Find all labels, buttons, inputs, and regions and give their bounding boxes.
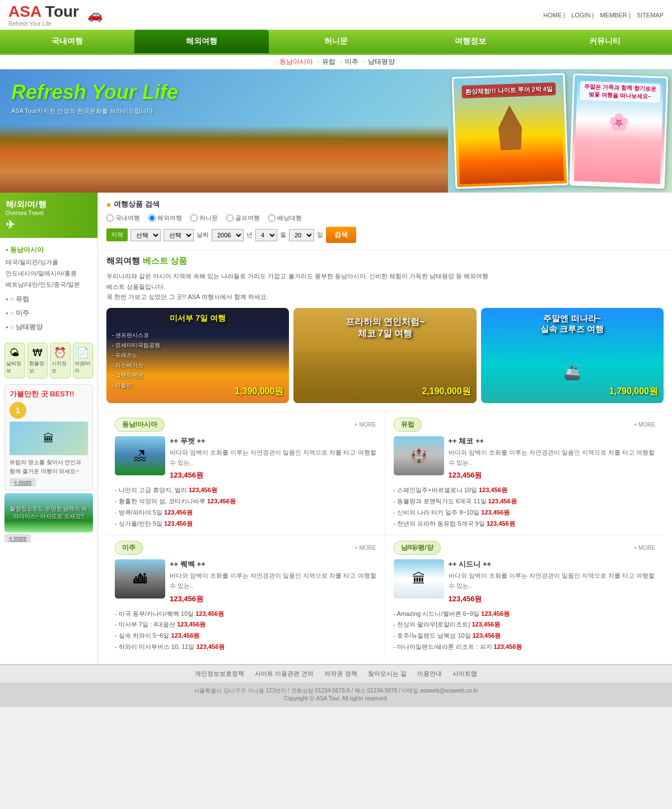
nav-home[interactable]: HOME — [543, 12, 562, 18]
spot-name-sydney: ++ 시드니 ++ — [449, 559, 656, 569]
sidebar-best-more[interactable]: + more — [10, 478, 36, 487]
best-desc-line3: 꼭 한번 가보고 싶었던 그 곳!! ASA 여행사에서 함께 하세요. — [106, 292, 664, 302]
exchange-icon-btn[interactable]: ₩ 환율정보 — [27, 343, 48, 378]
spot-name-quebec: ++ 퀘벡 ++ — [170, 559, 376, 569]
year-select[interactable]: 2006 — [212, 229, 244, 241]
header-top-nav: HOME | LOGIN | MEMBER | SITEMAP — [539, 12, 664, 18]
best-section-title-overseas: 해외여행 — [106, 256, 140, 266]
sidebar-promo-text: 촬영장소로도 유명한 남해의 파라다이스~ 아사도로 오세요!! — [7, 505, 90, 521]
nav-member[interactable]: MEMBER — [600, 12, 627, 18]
hero-desc: ASA Tour카지찬 인성의 한국문화를 브라이드립니다 — [11, 107, 437, 115]
subnav-pacific[interactable]: 남태평양 — [368, 58, 395, 66]
hero-photo-2: 주말은 가족과 함께 향기로운 벚꽃 여행을 떠나보세요~ 🌸 — [570, 73, 669, 189]
search-button[interactable]: 검색 — [326, 227, 356, 243]
best-card-usa-items: - 샌프란시스코 - 요세미티국립공원 - 프레즈노 - 라스베가스 - 그랜드… — [112, 330, 160, 391]
best-card-cruise-price: 1,790,000원 — [609, 386, 658, 398]
sidebar-promo-more[interactable]: + more — [4, 534, 31, 543]
passport-icon-btn[interactable]: 📄 여권/비자 — [73, 343, 94, 378]
weather-icon-btn[interactable]: 🌤 날씨정보 — [4, 343, 25, 378]
sidebar-icon-grid: 🌤 날씨정보 ₩ 환율정보 ⏰ 시차정보 📄 여권/비자 — [4, 343, 93, 378]
sidebar-best-section: 가볼만한 곳 BEST!! 1 🏛 유럽의 명소를 찾아서 연인과 함께 즐거운… — [4, 384, 93, 490]
best-cards: 미서부 7일 여행 - 샌프란시스코 - 요세미티국립공원 - 프레즈노 - 라… — [106, 308, 664, 403]
cruise-ship-icon: 🚢 — [481, 364, 664, 381]
day-select[interactable]: 20 — [289, 229, 314, 241]
region-more-europe[interactable]: + MORE — [633, 422, 655, 428]
year-text: 년 — [246, 231, 253, 239]
passport-label: 여권/비자 — [74, 360, 92, 375]
nav-overseas[interactable]: 해외여행 — [134, 30, 269, 53]
subnav-europe[interactable]: 유럽 — [322, 58, 335, 66]
timezone-icon-btn[interactable]: ⏰ 시차정보 — [50, 343, 71, 378]
sidebar-section-southeast-asia: 동남아시아 — [6, 245, 92, 255]
timezone-label: 시차정보 — [52, 360, 69, 375]
spot-name-phuket: ++ 푸켓 ++ — [170, 436, 376, 446]
region-southeast-asia: 동남/아시아 + MORE 🏖 ++ 푸켓 ++ 바다와 암벽이 조화를 이루는… — [106, 411, 385, 535]
hero-banner: Refresh Your Life ASA Tour카지찬 인성의 한국문화를 … — [0, 69, 672, 193]
region-img-czech: 🏰 — [394, 436, 444, 475]
nav-login[interactable]: LOGIN — [571, 12, 590, 18]
best-card-prague-title: 프라하의 연인처럼~체코 7일 여행 — [293, 316, 476, 340]
footer-copyright: Copyright ⓒ ASA Tour. All rights reserve… — [8, 695, 664, 703]
region-items-america: - 미국 동부/카나다/퀘벡 10일 123,456원 - 미서부 7일 : 4… — [115, 609, 376, 653]
best-card-usa[interactable]: 미서부 7일 여행 - 샌프란시스코 - 요세미티국립공원 - 프레즈노 - 라… — [106, 308, 289, 403]
sidebar-header: 해/외/여/행 Oversea Travel ✈ — [0, 193, 97, 238]
option-honeymoon[interactable]: 허니문 — [190, 214, 218, 222]
region-more-america[interactable]: + MORE — [354, 545, 376, 551]
best-card-prague-price: 2,190,000원 — [422, 386, 470, 398]
region-sections: 동남/아시아 + MORE 🏖 ++ 푸켓 ++ 바다와 암벽이 조화를 이루는… — [106, 411, 664, 658]
region-more-sea[interactable]: + MORE — [354, 422, 376, 428]
region-more-pacific[interactable]: + MORE — [633, 545, 655, 551]
search-section: 여행상품 검색 국내여행 해외여행 허니문 골프여행 배낭대행 지역 선택 선택… — [98, 193, 672, 250]
subnav-sea[interactable]: 동남아시아 — [279, 58, 313, 66]
region-desc-america: 바다와 암벽이 조화를 이루는 자연경관이 일품인 지역으로 차를 타고 여행할… — [170, 571, 376, 591]
footer-terms[interactable]: 사이트 이용관련 견의 — [255, 670, 314, 677]
nav-domestic[interactable]: 국내여행 — [0, 30, 134, 53]
option-overseas[interactable]: 해외여행 — [148, 214, 182, 222]
month-select[interactable]: 4 — [255, 229, 277, 241]
sidebar-title: 해/외/여/행 — [6, 199, 92, 210]
sidebar-link-indonesia[interactable]: 인도네시아/말레시아/홍콩 — [6, 268, 92, 279]
region-select-2[interactable]: 선택 — [164, 229, 194, 241]
logo: ASA Tour Refresh Your Life — [8, 3, 79, 27]
region-america: 미주 + MORE 🏙 ++ 퀘벡 ++ 바다와 암벽이 조화를 이루는 자연경… — [106, 535, 385, 658]
option-golf[interactable]: 골프여행 — [226, 214, 260, 222]
sidebar-promo-section: 촬영장소로도 유명한 남해의 파라다이스~ 아사도로 오세요!! + more — [4, 493, 93, 542]
footer-directions[interactable]: 찾아오시는 길 — [368, 670, 407, 677]
option-domestic[interactable]: 국내여행 — [106, 214, 140, 222]
date-label: 날짜 — [197, 231, 209, 239]
footer-guide[interactable]: 이용안내 — [417, 670, 442, 677]
sidebar-section-pacific: ○ 남태평양 — [6, 322, 92, 332]
sidebar-link-thailand[interactable]: 태국/필리핀/싱가폴 — [6, 257, 92, 268]
nav-community[interactable]: 커뮤니티 — [538, 30, 672, 53]
day-text: 일 — [317, 231, 323, 239]
month-text: 월 — [280, 231, 286, 239]
sidebar-promo-image: 촬영장소로도 유명한 남해의 파라다이스~ 아사도로 오세요!! — [4, 493, 93, 532]
sub-navigation: ·동남아시아 ·유럽 ·미주 ·남태평양 — [0, 55, 672, 69]
subnav-america[interactable]: 미주 — [345, 58, 358, 66]
footer-sitemap[interactable]: 사이트맵 — [452, 670, 477, 677]
hero-title: Refresh Your Life — [11, 81, 437, 104]
sidebar-best-desc: 유럽의 명소를 찾아서 연인과 함께 즐거운 여행이 되세요~ — [10, 458, 88, 476]
search-row: 지역 선택 선택 날짜 2006 년 4 월 20 일 검색 — [106, 227, 664, 243]
region-title-europe: 유럽 — [394, 418, 422, 432]
badge-number-1: 1 — [10, 402, 26, 419]
region-select-1[interactable]: 선택 — [130, 229, 161, 241]
search-title: 여행상품 검색 — [106, 199, 664, 209]
region-price-america: 123,456원 — [170, 594, 376, 604]
option-backpack[interactable]: 배낭대행 — [268, 214, 302, 222]
exchange-label: 환율정보 — [29, 360, 46, 375]
sidebar-link-vietnam[interactable]: 베트남/대만/인도/중국/일본 — [6, 279, 92, 291]
region-items-sea: - 나만의 고급 휴양지, 발리 123,456원 - 황홀한 석양의 섬, 코… — [115, 485, 376, 529]
nav-travel-info[interactable]: 여행정보 — [403, 30, 538, 53]
best-section: 해외여행 베스트 상품 우리나라와 같은 아시아 지역에 속해 있는 나라들로 … — [98, 250, 672, 664]
exchange-icon: ₩ — [32, 347, 43, 359]
region-img-quebec: 🏙 — [115, 559, 165, 598]
best-card-cruise[interactable]: 주말엔 떠나라~실속 크루즈 여행 🚢 1,790,000원 — [481, 308, 664, 403]
footer-privacy[interactable]: 개인정보보호정책 — [195, 670, 244, 677]
nav-honeymoon[interactable]: 허니문 — [269, 30, 403, 53]
footer-copyright-link[interactable]: 저작권 정책 — [324, 670, 357, 677]
weather-icon: 🌤 — [10, 347, 20, 359]
hero-caption-2: 주말은 가족과 함께 향기로운 벚꽃 여행을 떠나보세요~ — [580, 81, 661, 103]
best-card-prague[interactable]: 프라하의 연인처럼~체코 7일 여행 2,190,000원 — [293, 308, 476, 403]
nav-sitemap[interactable]: SITEMAP — [637, 12, 664, 18]
